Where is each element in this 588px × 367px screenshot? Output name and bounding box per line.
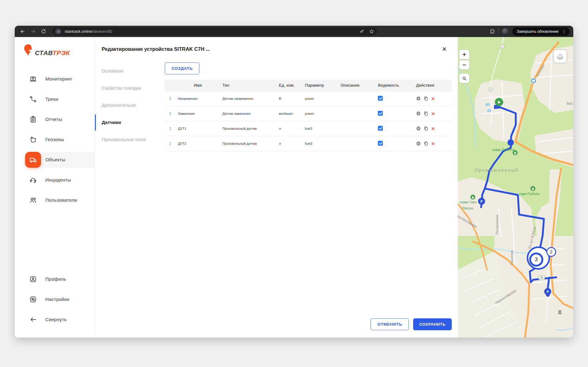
browser-toolbar: stavtrack.online/devices/92 Завершить об… (15, 26, 573, 37)
sidebar-item-label: Геозоны (45, 137, 64, 142)
dialog-title: Редактирование устройства SITRAK C7H ... (102, 46, 210, 52)
header-unit: Ед. изм. (277, 80, 303, 91)
parking-marker[interactable]: P (478, 198, 485, 205)
sensors-content: СОЗДАТЬ Имя Тип Ед. изм. Параметр Описан… (165, 62, 458, 151)
cell-type: Датчик напряжения (220, 91, 276, 106)
tracks-icon (25, 91, 41, 107)
sidebar-item-label: Профиль (45, 276, 66, 282)
sidebar-item-label: Свернуть (45, 317, 67, 322)
reload-button[interactable] (39, 27, 48, 36)
map-layers-button[interactable] (553, 49, 567, 63)
sidebar-item-label: Настройки (45, 297, 69, 302)
map-panel[interactable]: сквер Памяти Промышленный парк Победы ск… (458, 37, 573, 338)
extensions-icon[interactable] (490, 29, 495, 34)
sidebar-footer: Профиль Настройки Свернуть (15, 269, 95, 330)
parking-marker[interactable]: P (544, 288, 551, 295)
cell-description (338, 121, 375, 136)
sidebar-item-geozones[interactable]: Геозоны (15, 129, 95, 150)
logo[interactable]: СТАВТРЭК (23, 44, 95, 57)
tab-main[interactable]: Основное (95, 62, 165, 80)
zoom-out-button[interactable]: − (459, 60, 469, 70)
toolbar-separator (498, 29, 499, 34)
passwords-key-icon[interactable] (360, 29, 365, 34)
tab-additional[interactable]: Дополнительно (95, 97, 165, 114)
bus-stop-icon (531, 78, 536, 84)
copy-icon[interactable] (424, 111, 428, 116)
cell-parameter: fuel2 (303, 121, 338, 136)
close-icon[interactable]: ✕ (442, 46, 447, 52)
sidebar-item-collapse[interactable]: Свернуть (15, 309, 95, 330)
map-search-button[interactable] (459, 73, 469, 83)
back-button[interactable] (18, 27, 27, 36)
sidebar-item-tracks[interactable]: Треки (15, 89, 95, 109)
logo-part1: СТАВ (35, 49, 52, 56)
cell-type: Произвольный датчик (220, 121, 276, 136)
tab-sensors[interactable]: Датчики (95, 114, 165, 131)
copy-icon[interactable] (424, 126, 428, 131)
create-button[interactable]: СОЗДАТЬ (165, 62, 199, 74)
dialog-body: Основное Свойства поездки Дополнительно … (95, 62, 458, 151)
cell-name: Зажигание (175, 106, 220, 121)
cell-description (338, 91, 375, 106)
table-row: ↕ ДУТ1 Произвольный датчик л fuel2 ⚙ (165, 121, 452, 136)
delete-icon[interactable]: ✕ (431, 111, 435, 116)
bookmark-star-icon[interactable] (369, 29, 374, 34)
drag-handle-icon[interactable]: ↕ (169, 125, 172, 131)
finish-update-label: Завершить обновление (517, 29, 559, 34)
map-canvas (458, 37, 573, 338)
cluster-marker-count[interactable]: 3 (529, 253, 543, 267)
sidebar-item-monitoring[interactable]: Мониторинг (15, 69, 95, 89)
sidebar-item-label: Пользователи (45, 197, 77, 203)
header-drag (165, 80, 175, 91)
cell-parameter: power (303, 91, 338, 106)
logo-part2: ТРЭК (52, 49, 70, 56)
delete-icon[interactable]: ✕ (431, 126, 435, 131)
copy-icon[interactable] (424, 141, 428, 146)
site-settings-icon[interactable] (55, 28, 62, 35)
delete-icon[interactable]: ✕ (431, 96, 435, 101)
gear-icon[interactable]: ⚙ (416, 126, 421, 131)
drag-handle-icon[interactable]: ↕ (169, 110, 172, 116)
forward-button[interactable] (29, 27, 37, 36)
collapse-arrow-icon (25, 312, 41, 328)
header-name: Имя (175, 80, 220, 91)
cell-type: Произвольный датчик (220, 136, 276, 151)
tab-trip-properties[interactable]: Свойства поездки (95, 80, 165, 97)
visibility-checkbox[interactable] (378, 126, 383, 131)
sidebar: СТАВТРЭК Мониторинг Треки (15, 37, 95, 338)
sidebar-menu: Мониторинг Треки Отчеты (15, 69, 95, 210)
zoom-in-button[interactable]: + (459, 50, 469, 59)
gear-icon[interactable]: ⚙ (416, 96, 421, 101)
sidebar-item-profile[interactable]: Профиль (15, 269, 95, 289)
profile-avatar[interactable] (502, 28, 509, 35)
visibility-checkbox[interactable] (378, 111, 383, 116)
settings-icon (25, 291, 41, 307)
delete-icon[interactable]: ✕ (431, 141, 435, 146)
visibility-checkbox[interactable] (378, 141, 383, 146)
sidebar-item-objects[interactable]: Объекты (15, 150, 95, 170)
cell-name: ДУТ1 (175, 121, 220, 136)
address-bar[interactable]: stavtrack.online/devices/92 (52, 27, 377, 36)
table-row: ↕ Напряжение Датчик напряжения В power ⚙ (165, 91, 452, 106)
save-button[interactable]: СОХРАНИТЬ (413, 318, 452, 330)
route-start-marker[interactable] (495, 98, 503, 106)
drag-handle-icon[interactable]: ↕ (169, 140, 172, 146)
sidebar-item-settings[interactable]: Настройки (15, 289, 95, 309)
cancel-button[interactable]: ОТМЕНИТЬ (371, 318, 409, 330)
url-host: stavtrack.online (65, 29, 92, 34)
browser-menu-icon[interactable]: ⋮ (562, 29, 566, 34)
gear-icon[interactable]: ⚙ (416, 111, 421, 116)
dialog-header: Редактирование устройства SITRAK C7H ...… (95, 37, 458, 52)
drag-handle-icon[interactable]: ↕ (169, 95, 172, 101)
sidebar-item-incidents[interactable]: Инциденты (15, 170, 95, 190)
cluster-marker-small[interactable]: 2 (546, 247, 556, 257)
finish-update-button[interactable]: Завершить обновление ⋮ (512, 27, 570, 36)
tab-custom-fields[interactable]: Произвольные поля (95, 131, 165, 148)
visibility-checkbox[interactable] (378, 96, 383, 101)
sidebar-item-users[interactable]: Пользователи (15, 190, 95, 210)
sidebar-item-reports[interactable]: Отчеты (15, 109, 95, 129)
route-point-marker[interactable] (507, 139, 514, 146)
gear-icon[interactable]: ⚙ (416, 141, 421, 146)
copy-icon[interactable] (424, 96, 428, 101)
cell-parameter: power (303, 106, 338, 121)
